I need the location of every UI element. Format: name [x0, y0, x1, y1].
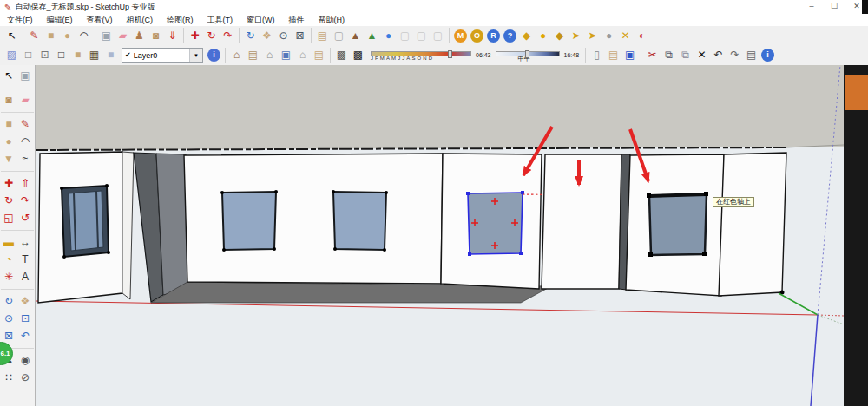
make-component-icon[interactable]: ▣ [99, 29, 114, 43]
menu-item[interactable]: 相机(C) [120, 15, 161, 26]
offset-tool-icon[interactable]: ↺ [17, 209, 33, 226]
badge-r-icon[interactable]: R [487, 29, 500, 43]
circle-tool-icon[interactable]: ● [1, 133, 16, 150]
save-file-icon[interactable]: ▣ [622, 48, 637, 62]
info-badge-icon[interactable]: i [761, 49, 774, 62]
style-wireframe-icon[interactable]: □ [21, 48, 36, 62]
shadow-date-slider[interactable]: JFMAMJJASOND [371, 50, 471, 61]
scale-tool-icon[interactable]: ◱ [1, 209, 16, 226]
style-shaded-icon[interactable]: ■ [70, 48, 85, 62]
badge-m-icon[interactable]: M [454, 29, 467, 43]
look-around-icon[interactable]: ◉ [17, 351, 33, 369]
menu-item[interactable]: 插件 [282, 15, 312, 26]
zoom-tool-icon[interactable]: ⊙ [276, 29, 291, 43]
maximize-button[interactable]: ☐ [823, 0, 845, 14]
select-tool-icon[interactable]: ↖ [4, 29, 19, 43]
push-pull-icon[interactable]: ⇓ [165, 29, 180, 43]
follow-me-icon[interactable]: ↷ [17, 192, 33, 209]
time-slider-thumb[interactable] [525, 50, 529, 58]
house-white-icon[interactable]: ⌂ [262, 48, 277, 62]
gold-cursor-2-icon[interactable]: ➤ [585, 29, 600, 43]
undo-icon[interactable]: ↶ [711, 48, 726, 62]
layer-manager-icon[interactable]: i [207, 49, 220, 62]
zoom-window-icon[interactable]: ⊡ [17, 310, 33, 327]
dimension-tool-icon[interactable]: ↔ [17, 233, 33, 251]
cut-icon[interactable]: ✂ [645, 48, 660, 62]
box-book-icon[interactable]: ▤ [246, 48, 260, 62]
make-component-icon[interactable]: ▣ [17, 67, 33, 84]
menu-item[interactable]: 帮助(H) [312, 15, 352, 26]
print-icon[interactable]: ▤ [744, 48, 759, 62]
menu-item[interactable]: 查看(V) [80, 15, 120, 26]
select-tool-icon[interactable]: ↖ [1, 67, 16, 84]
toggle-terrain-icon[interactable]: ▲ [365, 29, 379, 43]
protractor-icon[interactable]: ◔ [1, 251, 16, 268]
menu-item[interactable]: 编辑(E) [40, 15, 80, 26]
menu-item[interactable]: 文件(F) [0, 15, 40, 26]
line-tool-icon[interactable]: ✎ [27, 29, 42, 43]
orbit-tool-icon[interactable]: ↻ [243, 29, 258, 43]
menu-item[interactable]: 窗口(W) [240, 15, 282, 26]
gold-sphere-icon[interactable]: ● [536, 29, 550, 43]
move-tool-icon[interactable]: ✚ [187, 29, 202, 43]
copy-icon[interactable]: ⧉ [661, 48, 676, 62]
gold-x-icon[interactable]: ✕ [618, 29, 633, 43]
menu-item[interactable]: 工具(T) [201, 15, 240, 26]
menu-item[interactable]: 绘图(R) [160, 15, 201, 26]
style-hidden-line-icon[interactable]: □ [54, 48, 69, 62]
tape-measure-icon[interactable]: ▬ [1, 233, 16, 251]
text-tool-icon[interactable]: T [17, 251, 33, 268]
badge-o-icon[interactable]: O [470, 29, 483, 43]
style-back-edges-icon[interactable]: ⊡ [37, 48, 52, 62]
walk-tool-icon[interactable]: ∷ [1, 369, 16, 386]
axes-tool-icon[interactable]: ✳ [1, 268, 16, 285]
house-colored-icon[interactable]: ⌂ [229, 48, 244, 62]
pan-tool-icon[interactable]: ❖ [260, 29, 274, 43]
my-location-icon[interactable]: ◆ [552, 29, 567, 43]
freehand-tool-icon[interactable]: ≈ [17, 150, 33, 167]
eraser-tool-icon[interactable]: ▰ [115, 29, 130, 43]
line-tool-icon[interactable]: ✎ [17, 115, 33, 133]
gold-tag-icon[interactable]: ◆ [519, 29, 534, 43]
save-model-icon[interactable]: ▣ [279, 48, 293, 62]
shadow-toggle-icon[interactable]: ▩ [351, 48, 365, 62]
arc-tool-icon[interactable]: ◠ [76, 29, 91, 43]
viewport-canvas[interactable] [36, 65, 844, 406]
zoom-tool-icon[interactable]: ⊙ [1, 310, 16, 327]
circle-tool-icon[interactable]: ● [60, 29, 75, 43]
3d-text-icon[interactable]: A [17, 268, 33, 285]
shadow-settings-icon[interactable]: ▩ [334, 48, 349, 62]
section-plane-icon[interactable]: ⊘ [17, 369, 33, 386]
pan-tool-icon[interactable]: ❖ [17, 292, 33, 310]
rotate-tool-icon[interactable]: ↻ [1, 192, 16, 209]
home-outline-icon[interactable]: ⌂ [295, 48, 310, 62]
paint-bucket-icon[interactable]: ◙ [148, 29, 163, 43]
paper-sheet-icon[interactable]: ▢ [332, 29, 346, 43]
zoom-extents-icon[interactable]: ⊠ [293, 29, 307, 43]
style-xray-icon[interactable]: ▨ [4, 48, 19, 62]
eraser-tool-icon[interactable]: ▰ [17, 91, 33, 108]
polygon-tool-icon[interactable]: ▼ [1, 150, 16, 167]
paint-bucket-icon[interactable]: ◙ [1, 91, 16, 108]
selected-window[interactable] [466, 191, 524, 256]
arc-tool-icon[interactable]: ◠ [17, 133, 33, 150]
rectangle-tool-icon[interactable]: ■ [1, 115, 16, 133]
delete-icon[interactable]: ✕ [694, 48, 709, 62]
preview-disabled-icon[interactable]: ▢ [414, 29, 429, 43]
minimize-button[interactable]: – [800, 0, 823, 14]
new-document-icon[interactable]: ▯ [589, 48, 604, 62]
shadow-time-slider[interactable]: 中午 [496, 50, 560, 61]
gold-cursor-1-icon[interactable]: ➤ [569, 29, 583, 43]
photo-textures-disabled-icon[interactable]: ▢ [398, 29, 412, 43]
folder-pencil-icon[interactable]: ▤ [315, 29, 330, 43]
rectangle-tool-icon[interactable]: ■ [43, 29, 58, 43]
follow-me-icon[interactable]: ↷ [220, 29, 235, 43]
box-disabled-icon[interactable]: ▢ [431, 29, 445, 43]
paste-icon[interactable]: ⧉ [678, 48, 693, 62]
open-folder-icon[interactable]: ▤ [606, 48, 621, 62]
layer-dropdown-arrow-icon[interactable]: ▼ [189, 49, 202, 62]
redo-icon[interactable]: ↷ [727, 48, 742, 62]
date-slider-thumb[interactable] [448, 50, 452, 58]
style-monochrome-icon[interactable]: ■ [103, 48, 118, 62]
push-pull-icon[interactable]: ⇑ [17, 174, 33, 192]
